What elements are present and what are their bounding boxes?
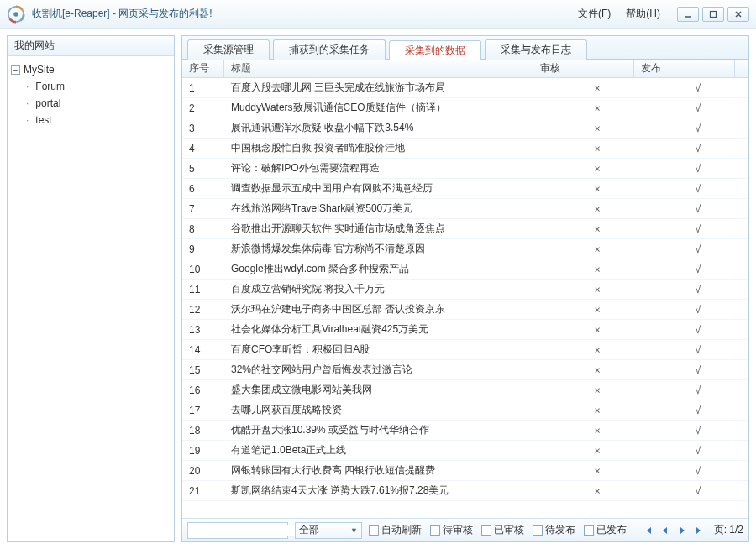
table-row[interactable]: 4中国概念股忙自救 投资者瞄准股价洼地×√ (182, 139, 748, 159)
col-index[interactable]: 序号 (182, 60, 224, 77)
table-row[interactable]: 9新浪微博爆发集体病毒 官方称尚不清楚原因×√ (182, 239, 748, 259)
cell-index: 17 (182, 405, 224, 416)
table-row[interactable]: 6调查数据显示五成中国用户有网购不满意经历×√ (182, 179, 748, 199)
svg-point-1 (13, 12, 18, 17)
pager-prev-button[interactable] (659, 524, 672, 537)
filter-check-4[interactable]: 已发布 (584, 523, 627, 537)
cell-publish: √ (648, 243, 748, 255)
pager-first-button[interactable] (642, 524, 655, 537)
cell-title: 盛大集团成立微电影网站美我网 (224, 383, 547, 397)
cell-index: 3 (182, 123, 224, 134)
table-row[interactable]: 17去哪儿网获百度战略投资×√ (182, 400, 748, 421)
cell-title: 新浪微博爆发集体病毒 官方称尚不清楚原因 (224, 242, 547, 256)
col-publish[interactable]: 发布 (634, 60, 735, 77)
filter-check-label: 已审核 (494, 523, 524, 537)
cell-title: 百度CFO李昕晢：积极回归A股 (224, 342, 547, 357)
tab-1[interactable]: 捕获到的采集任务 (273, 39, 386, 60)
cell-title: MuddyWaters致展讯通信CEO质疑信件（摘译） (224, 101, 547, 115)
menu-file[interactable]: 文件(F) (578, 7, 611, 21)
cell-index: 11 (182, 284, 224, 295)
table-row[interactable]: 1532%的社交网站用户曾后悔发表过激言论×√ (182, 360, 748, 380)
filter-check-1[interactable]: 待审核 (430, 523, 473, 537)
tab-0[interactable]: 采集源管理 (187, 39, 270, 60)
cell-publish: √ (648, 82, 748, 94)
col-check[interactable]: 审核 (533, 60, 634, 77)
cell-check: × (547, 143, 648, 154)
cell-publish: √ (648, 344, 748, 356)
cell-check: × (547, 284, 648, 295)
cell-title: 斯凯网络结束4天大涨 逆势大跌7.61%报7.28美元 (224, 484, 547, 498)
tab-2[interactable]: 采集到的数据 (389, 40, 481, 60)
cell-publish: √ (648, 143, 748, 154)
filter-combo[interactable]: 全部 ▼ (295, 522, 362, 539)
cell-title: Google推出wdyl.com 聚合多种搜索产品 (224, 262, 547, 276)
table-row[interactable]: 8谷歌推出开源聊天软件 实时通信市场成角逐焦点×√ (182, 219, 748, 239)
cell-check: × (547, 465, 648, 477)
filter-check-3[interactable]: 待发布 (533, 523, 575, 537)
pager-next-button[interactable] (675, 524, 689, 537)
cell-check: × (547, 203, 648, 215)
cell-check: × (547, 445, 648, 457)
filter-check-label: 待发布 (545, 523, 575, 537)
table-row[interactable]: 13社会化媒体分析工具Viralheat融资425万美元×√ (182, 320, 748, 340)
table-row[interactable]: 2MuddyWaters致展讯通信CEO质疑信件（摘译）×√ (182, 98, 748, 118)
app-icon (7, 5, 25, 24)
menu-help[interactable]: 帮助(H) (626, 7, 660, 21)
cell-index: 6 (182, 183, 224, 195)
chevron-down-icon: ▼ (350, 526, 358, 535)
table-row[interactable]: 11百度成立营销研究院 将投入千万元×√ (182, 280, 748, 300)
cell-check: × (547, 344, 648, 356)
cell-index: 20 (182, 465, 224, 477)
window-maximize-button[interactable] (702, 7, 724, 22)
table-row[interactable]: 3展讯通讯遭浑水质疑 收盘小幅下跌3.54%×√ (182, 118, 748, 139)
filter-check-label: 已发布 (596, 523, 627, 537)
table-row[interactable]: 12沃尔玛在沪建电子商务中国区总部 否认投资京东×√ (182, 300, 748, 320)
table-row[interactable]: 20网银转账国有大行收费高 四银行收短信提醒费×√ (182, 461, 748, 481)
cell-title: 优酷开盘大涨10.39% 或受益与时代华纳合作 (224, 423, 547, 437)
cell-index: 15 (182, 364, 224, 376)
table-row[interactable]: 19有道笔记1.0Beta正式上线×√ (182, 441, 748, 461)
filter-check-2[interactable]: 已审核 (481, 523, 524, 537)
cell-index: 2 (182, 102, 224, 114)
tree-child[interactable]: portal (26, 95, 171, 112)
filter-check-0[interactable]: 自动刷新 (369, 523, 422, 537)
col-scroll-spacer (735, 60, 748, 77)
cell-publish: √ (648, 264, 748, 275)
cell-index: 5 (182, 163, 224, 175)
table-row[interactable]: 7在线旅游网络TravelShark融资500万美元×√ (182, 199, 748, 219)
pager: 页: 1/2 (642, 523, 743, 537)
tree-child[interactable]: Forum (26, 78, 171, 95)
cell-index: 13 (182, 324, 224, 336)
window-minimize-button[interactable] (677, 7, 699, 22)
table-row[interactable]: 16盛大集团成立微电影网站美我网×√ (182, 380, 748, 400)
tab-3[interactable]: 采集与发布日志 (485, 39, 587, 60)
cell-check: × (547, 82, 648, 94)
search-box[interactable] (187, 522, 288, 539)
filter-combo-label: 全部 (299, 523, 319, 537)
table-row[interactable]: 14百度CFO李昕晢：积极回归A股×√ (182, 340, 748, 360)
sidebar: 我的网站 − MySite Forumportaltest (7, 35, 175, 542)
cell-index: 18 (182, 425, 224, 437)
table-row[interactable]: 18优酷开盘大涨10.39% 或受益与时代华纳合作×√ (182, 421, 748, 441)
col-title[interactable]: 标题 (224, 60, 533, 77)
cell-index: 14 (182, 344, 224, 356)
cell-publish: √ (648, 445, 748, 457)
cell-title: 百度成立营销研究院 将投入千万元 (224, 282, 547, 296)
tree-child[interactable]: test (26, 112, 171, 128)
pager-last-button[interactable] (692, 524, 706, 537)
page-info: 页: 1/2 (714, 523, 743, 537)
window-close-button[interactable] (727, 7, 749, 22)
grid-body[interactable]: 1百度入股去哪儿网 三巨头完成在线旅游市场布局×√2MuddyWaters致展讯… (182, 78, 748, 518)
table-row[interactable]: 10Google推出wdyl.com 聚合多种搜索产品×√ (182, 259, 748, 280)
cell-publish: √ (648, 284, 748, 295)
cell-publish: √ (648, 163, 748, 175)
tree-collapse-icon[interactable]: − (11, 65, 20, 75)
table-row[interactable]: 5评论：破解IPO外包需要流程再造×√ (182, 159, 748, 179)
cell-publish: √ (648, 364, 748, 376)
tree-root[interactable]: − MySite (11, 61, 171, 78)
cell-check: × (547, 304, 648, 316)
cell-title: 去哪儿网获百度战略投资 (224, 403, 547, 417)
table-row[interactable]: 1百度入股去哪儿网 三巨头完成在线旅游市场布局×√ (182, 78, 748, 98)
app-title: 收割机[e-Reaper] - 网页采与发布的利器! (32, 7, 578, 21)
table-row[interactable]: 21斯凯网络结束4天大涨 逆势大跌7.61%报7.28美元×√ (182, 481, 748, 501)
